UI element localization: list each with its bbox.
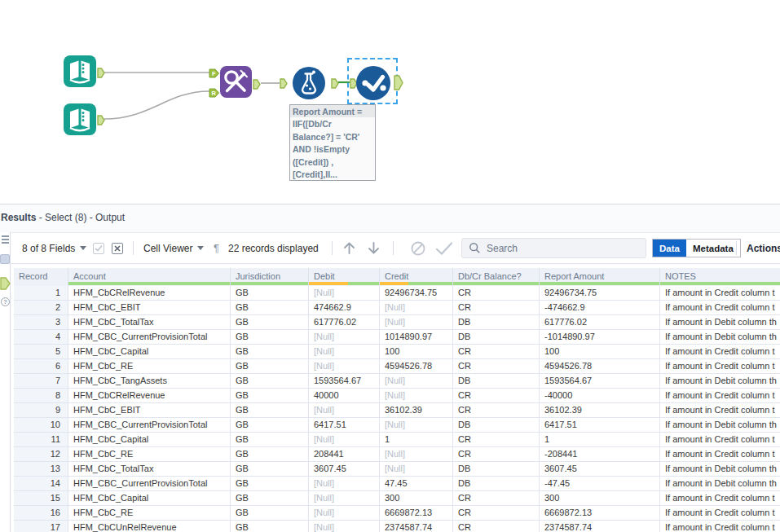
find-replace-tool[interactable] <box>220 66 252 98</box>
table-cell[interactable]: 4594526.78 <box>540 359 660 373</box>
table-cell[interactable]: [Null] <box>380 447 453 461</box>
table-cell[interactable]: 6417.51 <box>540 418 660 432</box>
table-cell[interactable]: DB <box>453 477 540 490</box>
table-cell[interactable]: 1593564.67 <box>309 374 380 388</box>
find-anchor[interactable]: F <box>209 67 220 81</box>
table-cell[interactable]: If amount in Credit column t <box>660 447 780 461</box>
table-cell[interactable]: [Null] <box>309 477 380 490</box>
table-cell[interactable]: 2 <box>14 301 68 314</box>
table-cell[interactable]: -1014890.97 <box>540 330 660 344</box>
table-cell[interactable]: GB <box>231 345 309 358</box>
table-cell[interactable]: GB <box>231 359 309 373</box>
table-row[interactable]: 2HFM_CbC_EBITGB474662.9[Null]CR-474662.9… <box>14 301 780 315</box>
input-data-tool-1[interactable] <box>64 55 96 90</box>
workflow-canvas[interactable]: F R <box>0 0 780 204</box>
search-box[interactable] <box>461 238 646 258</box>
table-cell[interactable]: 4594526.78 <box>380 359 453 373</box>
no-filter-button[interactable] <box>410 233 426 263</box>
table-cell[interactable]: -208441 <box>540 447 660 461</box>
table-cell[interactable]: CR <box>453 491 540 505</box>
table-cell[interactable]: 6417.51 <box>309 418 380 432</box>
table-cell[interactable]: CR <box>453 521 540 532</box>
table-cell[interactable]: GB <box>231 433 309 446</box>
table-cell[interactable]: GB <box>231 330 309 344</box>
table-cell[interactable]: If amount in Credit column t <box>660 286 780 300</box>
column-header-record[interactable]: Record <box>14 268 68 286</box>
table-cell[interactable]: 3607.45 <box>309 462 380 476</box>
table-cell[interactable]: GB <box>231 477 309 490</box>
table-cell[interactable]: 92496734.75 <box>540 286 660 300</box>
table-cell[interactable]: [Null] <box>309 330 380 344</box>
table-cell[interactable]: GB <box>231 506 309 520</box>
table-cell[interactable]: HFM_CbC_RE <box>68 506 231 520</box>
table-cell[interactable]: If amount in Credit column t <box>660 521 780 532</box>
table-cell[interactable]: -47.45 <box>540 477 660 490</box>
table-cell[interactable]: 11 <box>14 433 68 446</box>
table-row[interactable]: 12HFM_CbC_REGB208441[Null]CR-208441If am… <box>14 447 780 462</box>
table-cell[interactable]: CR <box>453 389 540 402</box>
table-cell[interactable]: If amount in Credit column t <box>660 345 780 358</box>
table-cell[interactable]: [Null] <box>380 418 453 432</box>
table-cell[interactable]: GB <box>231 389 309 402</box>
table-cell[interactable]: 1 <box>380 433 453 446</box>
table-cell[interactable]: CR <box>453 286 540 300</box>
table-cell[interactable]: [Null] <box>309 403 380 417</box>
table-cell[interactable]: CR <box>453 447 540 461</box>
table-cell[interactable]: HFM_CbCRelRevenue <box>68 389 231 402</box>
table-cell[interactable]: 1014890.97 <box>380 330 453 344</box>
table-cell[interactable]: GB <box>231 447 309 461</box>
annotation-box[interactable]: Report Amount =IIF([Db/CrBalance?] = 'CR… <box>289 104 376 181</box>
table-cell[interactable]: HFM_CBC_CurrentProvisionTotal <box>68 477 231 490</box>
help-icon[interactable]: ? <box>1 297 10 306</box>
apply-button[interactable] <box>435 233 453 263</box>
table-row[interactable]: 5HFM_CbC_CapitalGB[Null]100CR100If amoun… <box>14 345 780 359</box>
table-row[interactable]: 9HFM_CbC_EBITGB[Null]36102.39CR36102.39I… <box>14 403 780 418</box>
table-cell[interactable]: 17 <box>14 521 68 532</box>
select-all-fields-button[interactable] <box>93 233 104 263</box>
table-cell[interactable]: If amount in Debit column th <box>660 330 780 344</box>
table-cell[interactable]: CR <box>453 301 540 314</box>
column-header-notes[interactable]: NOTES <box>660 268 780 286</box>
table-row[interactable]: 6HFM_CbC_REGB[Null]4594526.78CR4594526.7… <box>14 359 780 374</box>
table-cell[interactable]: HFM_CbC_Capital <box>68 491 231 505</box>
table-cell[interactable]: If amount in Debit column th <box>660 374 780 388</box>
table-cell[interactable]: If amount in Credit column t <box>660 403 780 417</box>
table-cell[interactable]: 10 <box>14 418 68 432</box>
table-cell[interactable]: [Null] <box>380 301 453 314</box>
select-output-anchor[interactable] <box>394 75 403 94</box>
table-cell[interactable]: 100 <box>540 345 660 358</box>
table-cell[interactable]: 474662.9 <box>309 301 380 314</box>
table-cell[interactable]: GB <box>231 286 309 300</box>
table-cell[interactable]: DB <box>453 462 540 476</box>
table-cell[interactable]: [Null] <box>309 506 380 520</box>
table-cell[interactable]: [Null] <box>380 315 453 329</box>
table-cell[interactable]: DB <box>453 374 540 388</box>
table-cell[interactable]: 1 <box>540 433 660 446</box>
table-cell[interactable]: HFM_CbCUnRelRevenue <box>68 521 231 532</box>
column-header-account[interactable]: Account <box>68 268 231 286</box>
table-cell[interactable]: 12 <box>14 447 68 461</box>
data-tab[interactable]: Data <box>653 240 686 257</box>
table-cell[interactable]: 40000 <box>309 389 380 402</box>
output-anchor-button[interactable] <box>0 277 11 293</box>
table-cell[interactable]: CR <box>453 359 540 373</box>
search-input[interactable] <box>487 243 625 254</box>
table-row[interactable]: 15HFM_CbC_CapitalGB[Null]300CR300If amou… <box>14 491 780 506</box>
table-cell[interactable]: 13 <box>14 462 68 476</box>
table-cell[interactable]: GB <box>231 315 309 329</box>
input-2-output-anchor[interactable] <box>97 114 105 129</box>
table-cell[interactable]: [Null] <box>380 389 453 402</box>
table-row[interactable]: 3HFM_CbC_TotalTaxGB617776.02[Null]DB6177… <box>14 315 780 330</box>
table-cell[interactable]: 300 <box>540 491 660 505</box>
table-row[interactable]: 11HFM_CbC_CapitalGB[Null]1CR1If amount i… <box>14 433 780 447</box>
table-cell[interactable]: 208441 <box>309 447 380 461</box>
table-cell[interactable]: 3607.45 <box>540 462 660 476</box>
table-cell[interactable]: 617776.02 <box>309 315 380 329</box>
table-cell[interactable]: 2374587.74 <box>380 521 453 532</box>
table-cell[interactable]: HFM_CbC_TotalTax <box>68 462 231 476</box>
table-cell[interactable]: 6669872.13 <box>540 506 660 520</box>
table-cell[interactable]: GB <box>231 418 309 432</box>
table-cell[interactable]: CR <box>453 345 540 358</box>
table-cell[interactable]: 14 <box>14 477 68 490</box>
table-cell[interactable]: 36102.39 <box>540 403 660 417</box>
